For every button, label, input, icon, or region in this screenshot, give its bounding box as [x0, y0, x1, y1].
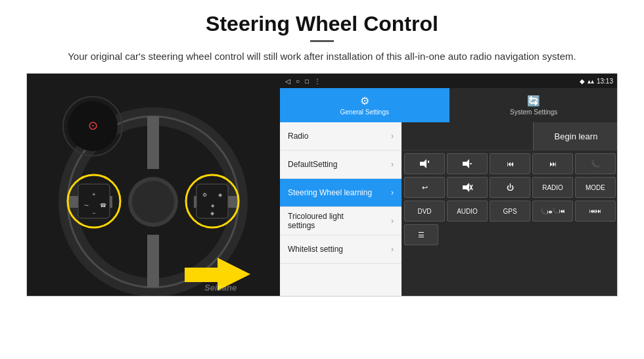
chevron-icon-default: ›: [391, 160, 394, 169]
skip-button[interactable]: ⏮⏭: [575, 201, 616, 222]
menu-item-steering[interactable]: Steering Wheel learning ›: [280, 179, 402, 207]
menu-steering-label: Steering Wheel learning: [288, 188, 372, 197]
list-button[interactable]: ☰: [404, 224, 438, 245]
mute-button[interactable]: [447, 177, 488, 198]
page-title: Steering Wheel Control: [26, 12, 618, 36]
settings-icon: ⚙: [360, 95, 369, 107]
tab-system-label: System Settings: [510, 108, 557, 116]
recent-icon[interactable]: □: [305, 78, 309, 85]
svg-text:−: −: [92, 210, 95, 216]
status-bar-right: ◆ ▴▴ 13:13: [580, 78, 613, 85]
tab-bar: ⚙ General Settings 🔄 System Settings: [280, 88, 618, 122]
content-area: + 〜 − ☎ ⚙ ◈ ◈ ◈ ⊙ Se: [26, 73, 618, 297]
control-panel: Begin learn ⏮ ⏭ 📞: [402, 122, 618, 297]
svg-marker-30: [463, 159, 469, 168]
menu-item-whitelist[interactable]: Whitelist setting ›: [280, 235, 402, 264]
system-icon: 🔄: [527, 95, 540, 107]
tablet-main: Radio › DefaultSetting › Steering Wheel …: [280, 122, 618, 297]
control-grid-row3: DVD AUDIO GPS 📞⏮ 📞⏮ ⏮⏭: [402, 201, 618, 224]
audio-button[interactable]: AUDIO: [447, 201, 488, 222]
status-bar: ◁ ○ □ ⋮ ◆ ▴▴ 13:13: [280, 74, 618, 88]
status-bar-left: ◁ ○ □ ⋮: [285, 78, 321, 85]
chevron-icon-radio: ›: [391, 132, 394, 141]
control-grid-row4: ☰: [402, 224, 618, 245]
menu-radio-label: Radio: [288, 132, 308, 141]
svg-text:Seicane: Seicane: [204, 283, 237, 293]
svg-point-8: [132, 181, 174, 223]
svg-text:〜: 〜: [84, 203, 89, 208]
page-subtitle: Your original car's steering wheel contr…: [26, 49, 618, 64]
svg-text:◈: ◈: [218, 192, 223, 198]
begin-learn-spacer: [402, 122, 533, 150]
menu-item-radio[interactable]: Radio ›: [280, 122, 402, 151]
power-button[interactable]: ⏻: [490, 177, 530, 198]
vol-up-button[interactable]: [404, 153, 445, 174]
next-track-button[interactable]: ⏭: [532, 153, 573, 174]
begin-learn-row: Begin learn: [402, 122, 618, 151]
gps-button[interactable]: GPS: [490, 201, 530, 222]
wifi-icon: ▴▴: [587, 78, 594, 85]
steering-wheel-photo: + 〜 − ☎ ⚙ ◈ ◈ ◈ ⊙ Se: [27, 74, 280, 297]
begin-learn-button[interactable]: Begin learn: [533, 122, 618, 151]
prev-track-button[interactable]: ⏮: [490, 153, 530, 174]
svg-text:+: +: [92, 191, 95, 198]
control-grid-row2: ↩ ⏻ RADIO MODE: [402, 177, 618, 201]
phone-button[interactable]: 📞: [575, 153, 616, 174]
home-icon[interactable]: ○: [296, 78, 300, 85]
svg-text:⚙: ⚙: [202, 192, 207, 198]
svg-marker-32: [463, 183, 469, 192]
svg-text:📞⏮: 📞⏮: [540, 208, 552, 215]
back-icon[interactable]: ◁: [285, 78, 290, 85]
radio-mode-button[interactable]: RADIO: [532, 177, 573, 198]
dvd-button[interactable]: DVD: [404, 201, 445, 222]
menu-default-label: DefaultSetting: [288, 160, 337, 169]
svg-marker-27: [420, 159, 426, 168]
svg-text:⊙: ⊙: [88, 119, 98, 132]
menu-item-defaultsetting[interactable]: DefaultSetting ›: [280, 151, 402, 179]
svg-text:◈: ◈: [210, 210, 215, 216]
menu-icon[interactable]: ⋮: [314, 78, 321, 85]
chevron-icon-steering: ›: [391, 188, 394, 197]
phone-prev-button[interactable]: 📞⏮ 📞⏮: [532, 201, 573, 222]
chevron-icon-whitelist: ›: [391, 245, 394, 254]
control-grid-row1: ⏮ ⏭ 📞: [402, 151, 618, 177]
svg-rect-25: [185, 268, 221, 282]
tab-general-settings[interactable]: ⚙ General Settings: [280, 88, 449, 122]
menu-whitelist-label: Whitelist setting: [288, 245, 343, 254]
location-icon: ◆: [580, 78, 585, 85]
menu-tricoloured-label: Tricoloured lightsettings: [288, 212, 344, 230]
mode-button[interactable]: MODE: [575, 177, 616, 198]
tablet-ui: ◁ ○ □ ⋮ ◆ ▴▴ 13:13 ⚙ General Settings: [280, 74, 618, 297]
svg-text:☎: ☎: [100, 203, 106, 208]
menu-panel: Radio › DefaultSetting › Steering Wheel …: [280, 122, 402, 297]
tab-general-label: General Settings: [340, 108, 390, 116]
tab-system-settings[interactable]: 🔄 System Settings: [449, 88, 618, 122]
chevron-icon-tricoloured: ›: [391, 216, 394, 226]
time-display: 13:13: [597, 78, 613, 85]
vol-down-button[interactable]: [447, 153, 488, 174]
back-call-button[interactable]: ↩: [404, 177, 445, 198]
menu-item-tricoloured[interactable]: Tricoloured lightsettings ›: [280, 207, 402, 235]
title-divider: [310, 40, 334, 42]
